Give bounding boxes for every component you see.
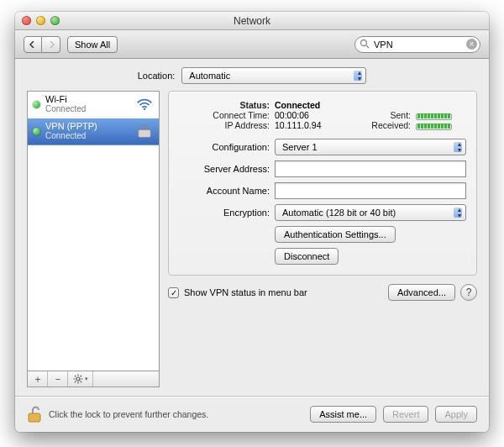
status-value: Connected xyxy=(275,100,360,110)
received-bars xyxy=(416,120,466,130)
assist-me-button[interactable]: Assist me... xyxy=(310,406,376,423)
account-name-label: Account Name: xyxy=(179,186,270,196)
back-button[interactable] xyxy=(24,36,42,53)
disconnect-button[interactable]: Disconnect xyxy=(275,248,339,265)
lock-hint: Click the lock to prevent further change… xyxy=(49,409,208,419)
location-row: Location: Automatic ▴▾ xyxy=(27,67,477,84)
encryption-popup[interactable]: Automatic (128 bit or 40 bit) ▴▾ xyxy=(275,204,466,221)
services-sidebar: Wi-Fi Connected VPN (PPTP) Connected xyxy=(27,91,160,387)
detail-group: Status: Connected Connect Time: 00:00:06… xyxy=(168,91,477,276)
search-icon xyxy=(360,39,370,50)
chevron-left-icon xyxy=(29,41,36,48)
help-button[interactable]: ? xyxy=(460,284,477,301)
location-popup[interactable]: Automatic ▴▾ xyxy=(181,67,366,84)
authentication-settings-button[interactable]: Authentication Settings... xyxy=(275,226,396,243)
gear-icon xyxy=(73,374,83,384)
configuration-value: Server 1 xyxy=(282,142,318,152)
configuration-label: Configuration: xyxy=(179,142,270,152)
server-address-input[interactable] xyxy=(275,160,466,177)
lock-button[interactable] xyxy=(27,405,42,423)
revert-button[interactable]: Revert xyxy=(383,406,428,423)
columns: Wi-Fi Connected VPN (PPTP) Connected xyxy=(27,91,477,387)
sidebar-item-status: Connected xyxy=(45,132,130,141)
sidebar-item-name: VPN (PPTP) xyxy=(45,122,130,132)
sidebar-item-texts: VPN (PPTP) Connected xyxy=(45,122,130,140)
titlebar: Network xyxy=(15,12,489,30)
svg-line-11 xyxy=(75,381,76,382)
server-address-label: Server Address: xyxy=(179,164,270,174)
sidebar-item-status: Connected xyxy=(45,105,130,114)
location-value: Automatic xyxy=(189,71,230,81)
encryption-label: Encryption: xyxy=(179,208,270,218)
service-actions-button[interactable]: ▾ xyxy=(68,371,93,387)
window-title: Network xyxy=(15,15,489,27)
show-vpn-status-checkbox[interactable]: ✓ xyxy=(168,287,179,298)
svg-line-1 xyxy=(366,45,369,48)
vpn-lock-icon xyxy=(135,124,154,139)
sidebar-item-vpn[interactable]: VPN (PPTP) Connected xyxy=(28,118,159,145)
svg-point-2 xyxy=(144,108,146,110)
svg-rect-13 xyxy=(29,413,40,422)
clear-search-button[interactable]: × xyxy=(466,39,477,50)
chevron-right-icon xyxy=(48,41,55,48)
show-vpn-status-label: Show VPN status in menu bar xyxy=(184,287,307,297)
service-detail: Status: Connected Connect Time: 00:00:06… xyxy=(168,91,477,387)
chevron-down-icon: ▾ xyxy=(85,376,88,382)
svg-rect-3 xyxy=(139,129,151,137)
search-field-wrap: × xyxy=(354,36,480,53)
search-input[interactable] xyxy=(354,36,480,53)
account-name-input[interactable] xyxy=(275,182,466,199)
sent-bars xyxy=(416,110,466,120)
separator xyxy=(15,396,489,397)
sidebar-item-wifi[interactable]: Wi-Fi Connected xyxy=(28,92,159,118)
nav-back-forward xyxy=(24,36,60,53)
forward-button[interactable] xyxy=(42,36,60,53)
encryption-value: Automatic (128 bit or 40 bit) xyxy=(282,208,396,218)
status-dot-icon xyxy=(33,101,40,108)
sidebar-item-texts: Wi-Fi Connected xyxy=(45,95,130,113)
remove-service-button[interactable]: － xyxy=(48,371,68,387)
sidebar-item-name: Wi-Fi xyxy=(45,95,130,105)
popup-arrows-icon: ▴▾ xyxy=(458,207,461,218)
toolbar: Show All × xyxy=(15,30,489,59)
svg-point-0 xyxy=(361,39,367,45)
svg-line-9 xyxy=(75,376,76,376)
detail-footer: ✓ Show VPN status in menu bar Advanced..… xyxy=(168,284,477,301)
body: Location: Automatic ▴▾ Wi-Fi Connected xyxy=(15,59,489,432)
advanced-button[interactable]: Advanced... xyxy=(388,284,455,301)
svg-point-4 xyxy=(76,377,80,381)
services-list[interactable]: Wi-Fi Connected VPN (PPTP) Connected xyxy=(27,91,160,371)
connect-time-value: 00:00:06 xyxy=(275,110,360,120)
ip-value: 10.111.0.94 xyxy=(275,120,360,130)
network-preferences-window: Network Show All × Location: Automatic xyxy=(15,12,489,432)
svg-line-12 xyxy=(80,376,81,376)
show-all-button[interactable]: Show All xyxy=(67,36,118,53)
location-label: Location: xyxy=(138,71,176,81)
connect-time-label: Connect Time: xyxy=(179,110,270,120)
services-footer: ＋ － ▾ xyxy=(27,371,160,387)
ip-label: IP Address: xyxy=(179,120,270,130)
add-service-button[interactable]: ＋ xyxy=(28,371,48,387)
popup-arrows-icon: ▴▾ xyxy=(458,141,461,153)
window-footer: Click the lock to prevent further change… xyxy=(27,405,477,423)
received-label: Received: xyxy=(365,120,411,130)
wifi-icon xyxy=(135,97,154,112)
apply-button[interactable]: Apply xyxy=(435,406,477,423)
status-block: Status: Connected Connect Time: 00:00:06… xyxy=(179,100,466,130)
sent-label: Sent: xyxy=(365,110,411,120)
unlocked-lock-icon xyxy=(27,405,42,423)
configuration-popup[interactable]: Server 1 ▴▾ xyxy=(275,139,466,155)
status-dot-icon xyxy=(33,128,40,135)
popup-arrows-icon: ▴▾ xyxy=(358,70,361,82)
status-label: Status: xyxy=(179,100,270,110)
svg-line-10 xyxy=(80,381,81,382)
